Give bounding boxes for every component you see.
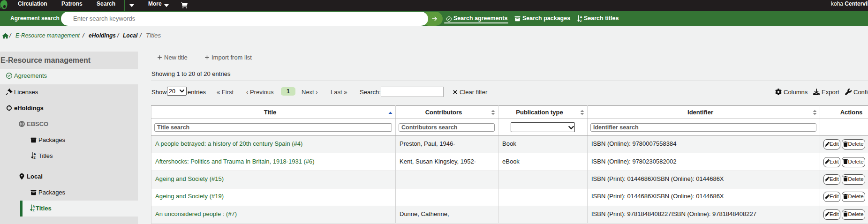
svg-text:Z: Z [33, 209, 35, 212]
svg-text:A: A [33, 205, 35, 208]
svg-text:Z: Z [33, 156, 36, 159]
svg-text:Z: Z [580, 19, 582, 22]
svg-text:A: A [580, 15, 582, 19]
svg-text:A: A [33, 152, 36, 156]
